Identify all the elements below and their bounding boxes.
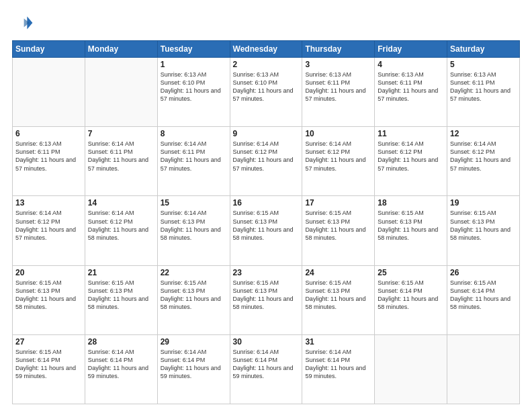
week-row-4: 20Sunrise: 6:15 AM Sunset: 6:13 PM Dayli…	[13, 265, 520, 334]
calendar-cell: 9Sunrise: 6:14 AM Sunset: 6:12 PM Daylig…	[230, 127, 302, 196]
day-info: Sunrise: 6:15 AM Sunset: 6:13 PM Dayligh…	[161, 279, 227, 312]
day-info: Sunrise: 6:13 AM Sunset: 6:11 PM Dayligh…	[378, 71, 444, 103]
calendar-cell: 19Sunrise: 6:15 AM Sunset: 6:13 PM Dayli…	[447, 196, 520, 265]
day-number: 10	[305, 129, 371, 138]
calendar-cell	[85, 58, 157, 127]
day-number: 2	[233, 60, 300, 69]
weekday-header-saturday: Saturday	[447, 41, 520, 58]
day-info: Sunrise: 6:13 AM Sunset: 6:11 PM Dayligh…	[305, 71, 371, 103]
day-number: 26	[450, 268, 517, 277]
week-row-2: 6Sunrise: 6:13 AM Sunset: 6:11 PM Daylig…	[13, 127, 520, 196]
calendar-cell: 21Sunrise: 6:15 AM Sunset: 6:13 PM Dayli…	[85, 265, 157, 334]
calendar-cell: 8Sunrise: 6:14 AM Sunset: 6:11 PM Daylig…	[157, 127, 230, 196]
weekday-header-tuesday: Tuesday	[157, 41, 230, 58]
day-number: 30	[233, 337, 300, 347]
day-number: 8	[161, 129, 227, 138]
day-info: Sunrise: 6:14 AM Sunset: 6:12 PM Dayligh…	[305, 140, 371, 173]
calendar-cell: 3Sunrise: 6:13 AM Sunset: 6:11 PM Daylig…	[302, 58, 375, 127]
calendar-cell: 27Sunrise: 6:15 AM Sunset: 6:14 PM Dayli…	[13, 334, 85, 404]
day-info: Sunrise: 6:14 AM Sunset: 6:12 PM Dayligh…	[88, 209, 154, 242]
day-number: 13	[15, 198, 82, 208]
calendar-table: SundayMondayTuesdayWednesdayThursdayFrid…	[12, 40, 520, 404]
calendar-cell: 22Sunrise: 6:15 AM Sunset: 6:13 PM Dayli…	[157, 265, 230, 334]
day-info: Sunrise: 6:15 AM Sunset: 6:14 PM Dayligh…	[15, 348, 82, 381]
day-number: 22	[161, 268, 227, 277]
day-info: Sunrise: 6:13 AM Sunset: 6:10 PM Dayligh…	[161, 71, 227, 103]
calendar-cell: 24Sunrise: 6:15 AM Sunset: 6:13 PM Dayli…	[302, 265, 375, 334]
day-info: Sunrise: 6:15 AM Sunset: 6:13 PM Dayligh…	[305, 279, 371, 312]
calendar-cell: 17Sunrise: 6:15 AM Sunset: 6:13 PM Dayli…	[302, 196, 375, 265]
day-info: Sunrise: 6:15 AM Sunset: 6:13 PM Dayligh…	[450, 209, 517, 242]
day-number: 27	[15, 337, 82, 347]
calendar-cell: 20Sunrise: 6:15 AM Sunset: 6:13 PM Dayli…	[13, 265, 85, 334]
day-number: 23	[233, 268, 300, 277]
day-info: Sunrise: 6:13 AM Sunset: 6:10 PM Dayligh…	[233, 71, 300, 103]
weekday-header-row: SundayMondayTuesdayWednesdayThursdayFrid…	[13, 41, 520, 58]
week-row-5: 27Sunrise: 6:15 AM Sunset: 6:14 PM Dayli…	[13, 334, 520, 404]
calendar-cell: 5Sunrise: 6:13 AM Sunset: 6:11 PM Daylig…	[447, 58, 520, 127]
calendar-cell: 30Sunrise: 6:14 AM Sunset: 6:14 PM Dayli…	[230, 334, 302, 404]
weekday-header-sunday: Sunday	[13, 41, 85, 58]
weekday-header-thursday: Thursday	[302, 41, 375, 58]
day-number: 4	[378, 60, 444, 69]
day-info: Sunrise: 6:14 AM Sunset: 6:14 PM Dayligh…	[161, 348, 227, 381]
calendar-cell: 1Sunrise: 6:13 AM Sunset: 6:10 PM Daylig…	[157, 58, 230, 127]
day-info: Sunrise: 6:14 AM Sunset: 6:14 PM Dayligh…	[305, 348, 371, 381]
day-number: 31	[305, 337, 371, 347]
day-info: Sunrise: 6:15 AM Sunset: 6:14 PM Dayligh…	[450, 279, 517, 312]
day-number: 20	[15, 268, 82, 277]
calendar-cell: 14Sunrise: 6:14 AM Sunset: 6:12 PM Dayli…	[85, 196, 157, 265]
day-info: Sunrise: 6:13 AM Sunset: 6:11 PM Dayligh…	[450, 71, 517, 103]
logo-icon	[12, 12, 34, 34]
day-number: 24	[305, 268, 371, 277]
calendar-cell: 12Sunrise: 6:14 AM Sunset: 6:12 PM Dayli…	[447, 127, 520, 196]
day-number: 16	[233, 198, 300, 208]
week-row-1: 1Sunrise: 6:13 AM Sunset: 6:10 PM Daylig…	[13, 58, 520, 127]
day-info: Sunrise: 6:14 AM Sunset: 6:12 PM Dayligh…	[450, 140, 517, 173]
calendar-cell: 2Sunrise: 6:13 AM Sunset: 6:10 PM Daylig…	[230, 58, 302, 127]
day-info: Sunrise: 6:14 AM Sunset: 6:11 PM Dayligh…	[161, 140, 227, 173]
calendar-cell: 25Sunrise: 6:15 AM Sunset: 6:14 PM Dayli…	[375, 265, 447, 334]
calendar-cell: 11Sunrise: 6:14 AM Sunset: 6:12 PM Dayli…	[375, 127, 447, 196]
calendar-cell: 18Sunrise: 6:15 AM Sunset: 6:13 PM Dayli…	[375, 196, 447, 265]
calendar-cell	[13, 58, 85, 127]
calendar-cell: 16Sunrise: 6:15 AM Sunset: 6:13 PM Dayli…	[230, 196, 302, 265]
day-info: Sunrise: 6:15 AM Sunset: 6:13 PM Dayligh…	[233, 209, 300, 242]
calendar-cell: 31Sunrise: 6:14 AM Sunset: 6:14 PM Dayli…	[302, 334, 375, 404]
day-info: Sunrise: 6:14 AM Sunset: 6:13 PM Dayligh…	[161, 209, 227, 242]
calendar-cell: 6Sunrise: 6:13 AM Sunset: 6:11 PM Daylig…	[13, 127, 85, 196]
day-info: Sunrise: 6:15 AM Sunset: 6:13 PM Dayligh…	[88, 279, 154, 312]
day-number: 28	[88, 337, 154, 347]
calendar-cell: 4Sunrise: 6:13 AM Sunset: 6:11 PM Daylig…	[375, 58, 447, 127]
weekday-header-friday: Friday	[375, 41, 447, 58]
day-number: 9	[233, 129, 300, 138]
weekday-header-wednesday: Wednesday	[230, 41, 302, 58]
logo	[12, 12, 38, 34]
calendar-cell: 28Sunrise: 6:14 AM Sunset: 6:14 PM Dayli…	[85, 334, 157, 404]
day-number: 18	[378, 198, 444, 208]
day-info: Sunrise: 6:14 AM Sunset: 6:14 PM Dayligh…	[88, 348, 154, 381]
day-number: 14	[88, 198, 154, 208]
day-number: 15	[161, 198, 227, 208]
day-number: 3	[305, 60, 371, 69]
day-number: 5	[450, 60, 517, 69]
calendar-cell: 13Sunrise: 6:14 AM Sunset: 6:12 PM Dayli…	[13, 196, 85, 265]
day-number: 29	[161, 337, 227, 347]
calendar-cell: 29Sunrise: 6:14 AM Sunset: 6:14 PM Dayli…	[157, 334, 230, 404]
calendar-cell	[447, 334, 520, 404]
day-info: Sunrise: 6:14 AM Sunset: 6:12 PM Dayligh…	[233, 140, 300, 173]
day-info: Sunrise: 6:14 AM Sunset: 6:12 PM Dayligh…	[378, 140, 444, 173]
calendar-cell: 26Sunrise: 6:15 AM Sunset: 6:14 PM Dayli…	[447, 265, 520, 334]
day-info: Sunrise: 6:15 AM Sunset: 6:13 PM Dayligh…	[233, 279, 300, 312]
day-number: 6	[15, 129, 82, 138]
day-info: Sunrise: 6:14 AM Sunset: 6:14 PM Dayligh…	[233, 348, 300, 381]
day-number: 7	[88, 129, 154, 138]
day-number: 19	[450, 198, 517, 208]
day-number: 25	[378, 268, 444, 277]
calendar-cell: 15Sunrise: 6:14 AM Sunset: 6:13 PM Dayli…	[157, 196, 230, 265]
calendar-cell: 23Sunrise: 6:15 AM Sunset: 6:13 PM Dayli…	[230, 265, 302, 334]
header	[12, 12, 520, 34]
day-info: Sunrise: 6:13 AM Sunset: 6:11 PM Dayligh…	[15, 140, 82, 173]
weekday-header-monday: Monday	[85, 41, 157, 58]
day-info: Sunrise: 6:15 AM Sunset: 6:13 PM Dayligh…	[15, 279, 82, 312]
